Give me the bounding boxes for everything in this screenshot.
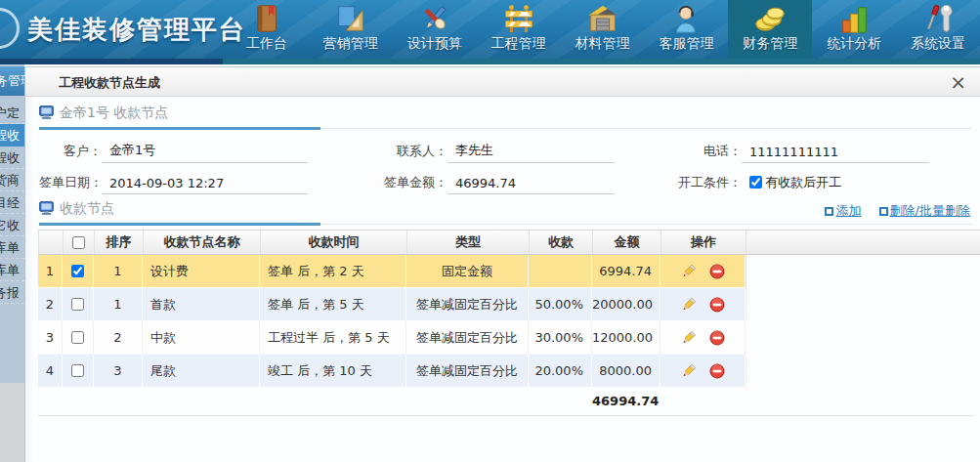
dialog-left-glow [25, 67, 34, 462]
nav-item-label: 财务管理 [728, 35, 812, 53]
phone-value[interactable]: 11111111111 [742, 145, 929, 163]
design-pencil-brush-icon [418, 2, 451, 35]
cell-check [63, 321, 94, 355]
cell-name: 首款 [143, 288, 260, 321]
delete-minus-icon[interactable] [709, 264, 725, 279]
nav-item-label: 统计分析 [812, 35, 896, 53]
table-row-1: 11设计费签单 后，第 2 天固定金额6994.74 [38, 255, 746, 288]
sidebar-items: 户定程收程收货商目经它收库单库单务报 [0, 102, 24, 304]
select-all-checkbox[interactable] [72, 236, 85, 249]
start-condition-checkbox-label: 有收款后开工 [765, 175, 841, 189]
nav-item-6[interactable]: 客服管理 [644, 0, 728, 59]
table-row-3: 32中款工程过半 后，第 5 天签单减固定百分比30.00%12000.00 [38, 321, 746, 355]
section-underline [39, 223, 320, 226]
sign-date-value[interactable]: 2014-09-03 12:27 [102, 176, 308, 194]
sign-amount-value[interactable]: 46994.74 [447, 176, 615, 194]
section-customer-header: 金帝1号 收款节点 [39, 105, 972, 129]
row-checkbox[interactable] [71, 331, 84, 344]
nav-item-4[interactable]: 工程管理 [477, 0, 561, 59]
dialog-titlebar: 工程收款节点生成 × [25, 67, 980, 97]
settings-tools-icon [921, 2, 955, 35]
delete-minus-icon[interactable] [709, 297, 725, 313]
nav-item-label: 设计预算 [393, 35, 477, 53]
customer-value[interactable]: 金帝1号 [102, 142, 308, 163]
edit-pencil-icon[interactable] [680, 264, 696, 279]
edit-pencil-icon[interactable] [680, 363, 696, 379]
node-actions: 添加 删除/批量删除 [811, 202, 970, 220]
delete-minus-icon[interactable] [709, 363, 725, 379]
cell-amount: 12000.00 [592, 321, 660, 355]
nav-item-2[interactable]: 营销管理 [309, 0, 393, 59]
cell-amount: 8000.00 [592, 355, 660, 388]
table-header-name: 收款节点名称 [144, 231, 261, 254]
sign-amount-label: 签单金额： [371, 174, 447, 194]
marketing-ruler-icon [334, 2, 367, 35]
cell-ops [660, 288, 746, 321]
table-header-order: 排序 [95, 231, 144, 254]
table-body: 11设计费签单 后，第 2 天固定金额6994.7421首款签单 后，第 5 天… [38, 255, 980, 388]
sidebar-item-4[interactable]: 货商 [0, 169, 24, 191]
start-condition-checkbox[interactable] [749, 176, 762, 189]
delete-node-link[interactable]: 删除/批量删除 [879, 203, 970, 218]
table-total-row: 46994.74 [38, 388, 746, 414]
nav-menu: 工作台 营销管理 设计预算 工程管理 材料管理 客服管理 财务管理 统计分析 系… [225, 0, 980, 59]
cell-type: 签单减固定百分比 [406, 321, 529, 355]
nav-item-label: 工程管理 [477, 35, 561, 53]
cell-type: 签单减固定百分比 [406, 288, 529, 321]
sidebar-item-2[interactable]: 程收 [0, 124, 24, 147]
table-header-type: 类型 [407, 231, 530, 254]
row-checkbox[interactable] [71, 265, 84, 277]
cell-amount: 20000.00 [592, 288, 660, 321]
customer-form-row-1: 客户： 金帝1号 联系人： 李先生 电话： 11111111111 [39, 138, 929, 163]
section-nodes-title: 收款节点 [60, 200, 114, 216]
edit-pencil-icon[interactable] [680, 330, 696, 346]
nav-item-label: 材料管理 [561, 35, 645, 53]
cell-percent [529, 255, 592, 288]
sidebar-lower-area [0, 383, 24, 462]
cell-ops [660, 321, 746, 355]
table-header-amount: 金额 [593, 231, 661, 254]
edit-pencil-icon[interactable] [680, 297, 696, 313]
nav-item-5[interactable]: 材料管理 [561, 0, 645, 59]
contact-value[interactable]: 李先生 [447, 142, 615, 163]
nav-item-7[interactable]: 财务管理 [728, 0, 812, 59]
service-agent-icon [669, 2, 703, 35]
section-nodes-header: 收款节点 添加 删除/批量删除 [39, 200, 972, 225]
cell-num: 2 [38, 288, 63, 321]
nav-bottom-strip-left [0, 59, 223, 64]
sidebar-item-7[interactable]: 库单 [0, 236, 24, 259]
close-icon[interactable]: × [950, 69, 966, 95]
nav-item-1[interactable]: 工作台 [225, 0, 309, 59]
table-header-time: 收款时间 [261, 231, 407, 254]
sidebar-item-9[interactable]: 务报 [0, 281, 24, 304]
sidebar-item-6[interactable]: 它收 [0, 214, 24, 236]
table-header-row: 排序收款节点名称收款时间类型收款金额操作 [38, 230, 980, 255]
add-node-link[interactable]: 添加 [825, 203, 861, 218]
cell-num: 3 [38, 321, 63, 355]
table-row-2: 21首款签单 后，第 5 天签单减固定百分比50.00%20000.00 [38, 288, 746, 321]
cell-time: 竣工 后，第 10 天 [260, 355, 406, 388]
cell-ops [660, 355, 746, 388]
row-checkbox[interactable] [71, 298, 84, 311]
row-checkbox[interactable] [71, 364, 84, 377]
nav-item-3[interactable]: 设计预算 [393, 0, 477, 59]
start-condition-value: 有收款后开工 [742, 174, 929, 194]
sidebar-item-3[interactable]: 程收 [0, 147, 24, 169]
nav-item-8[interactable]: 统计分析 [812, 0, 896, 59]
cell-order: 1 [94, 288, 143, 321]
sidebar-item-8[interactable]: 库单 [0, 259, 24, 281]
sidebar-header: 务管理 [0, 66, 24, 96]
sidebar-item-5[interactable]: 目经 [0, 191, 24, 214]
cell-name: 尾款 [143, 355, 260, 388]
cell-order: 1 [94, 255, 143, 288]
delete-minus-icon[interactable] [709, 330, 725, 346]
material-warehouse-icon [586, 2, 619, 35]
payment-node-table: 排序收款节点名称收款时间类型收款金额操作 11设计费签单 后，第 2 天固定金额… [38, 230, 980, 414]
table-row-4: 43尾款竣工 后，第 10 天签单减固定百分比20.00%8000.00 [38, 355, 746, 388]
payment-node-dialog: 工程收款节点生成 × 金帝1号 收款节点 客户： 金帝1号 联系人： 李先生 电… [24, 66, 980, 462]
nav-item-9[interactable]: 系统设置 [896, 0, 980, 59]
workbench-book-icon [250, 2, 283, 35]
cell-check [63, 355, 94, 388]
sidebar-item-1[interactable]: 户定 [0, 102, 24, 124]
table-header-percent: 收款 [530, 231, 593, 254]
